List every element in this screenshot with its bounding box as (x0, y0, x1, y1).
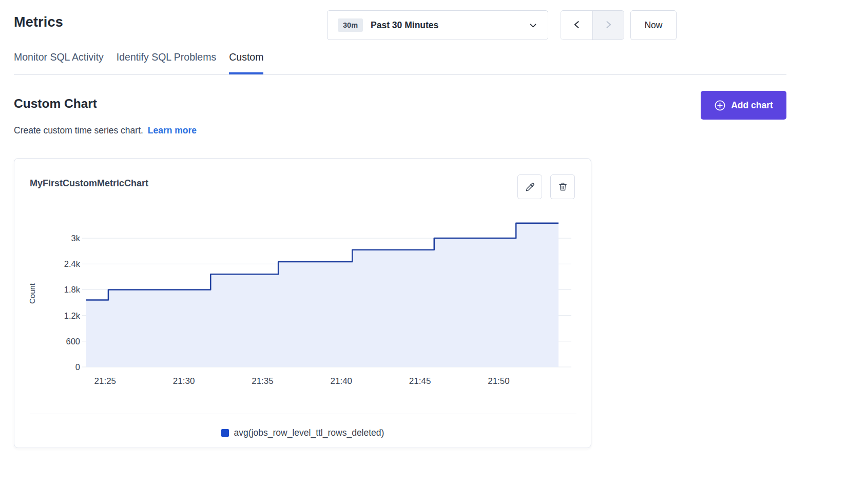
tab-custom[interactable]: Custom (229, 51, 263, 74)
y-axis-title: Count (28, 283, 36, 304)
time-series-chart[interactable]: 06001.2k1.8k2.4k3k21:2521:3021:3521:4021… (25, 210, 579, 393)
legend-label: avg(jobs_row_level_ttl_rows_deleted) (234, 428, 384, 438)
time-range-label: Past 30 Minutes (371, 20, 438, 31)
add-chart-label: Add chart (731, 100, 773, 111)
x-tick-label: 21:25 (94, 376, 117, 386)
page-title: Metrics (14, 14, 63, 30)
y-tick-label: 0 (75, 362, 80, 372)
metrics-tabs: Monitor SQL Activity Identify SQL Proble… (14, 51, 263, 74)
prev-range-button[interactable] (561, 11, 592, 40)
delete-chart-button[interactable] (550, 175, 575, 199)
plus-circle-icon (714, 100, 726, 111)
learn-more-link[interactable]: Learn more (148, 125, 197, 135)
y-tick-label: 1.2k (64, 311, 81, 320)
series-area (86, 223, 559, 367)
time-range-badge: 30m (338, 18, 363, 32)
chart-card: MyFirstCustomMetricChart 06001.2k1.8k2.4… (14, 158, 591, 448)
metrics-page: Metrics 30m Past 30 Minutes Now Monitor (0, 0, 847, 504)
tab-identify-sql-problems[interactable]: Identify SQL Problems (117, 51, 216, 74)
edit-chart-button[interactable] (517, 175, 542, 199)
pencil-icon (525, 182, 535, 192)
section-description: Create custom time series chart. Learn m… (14, 125, 197, 136)
x-tick-label: 21:40 (331, 376, 353, 386)
x-tick-label: 21:50 (488, 376, 510, 386)
legend-divider (30, 414, 576, 414)
chart-card-actions (517, 175, 575, 199)
legend-swatch (221, 429, 229, 437)
tabs-divider (14, 74, 786, 75)
section-title: Custom Chart (14, 96, 97, 111)
y-tick-label: 1.8k (64, 285, 81, 294)
tab-monitor-sql-activity[interactable]: Monitor SQL Activity (14, 51, 104, 74)
chevron-right-icon (603, 20, 613, 31)
x-tick-label: 21:45 (409, 376, 431, 386)
chevron-down-icon (529, 21, 537, 30)
now-button[interactable]: Now (630, 10, 677, 40)
time-step-group (561, 10, 624, 40)
y-tick-label: 2.4k (64, 259, 81, 268)
section-description-text: Create custom time series chart. (14, 125, 143, 135)
y-tick-label: 3k (71, 234, 81, 243)
trash-icon (557, 181, 568, 192)
x-tick-label: 21:30 (173, 376, 195, 386)
next-range-button[interactable] (592, 11, 624, 40)
time-range-dropdown[interactable]: 30m Past 30 Minutes (327, 10, 548, 40)
y-tick-label: 600 (66, 337, 80, 346)
chevron-left-icon (572, 20, 582, 31)
chart-legend: avg(jobs_row_level_ttl_rows_deleted) (14, 428, 591, 438)
chart-title: MyFirstCustomMetricChart (30, 178, 148, 189)
add-chart-button[interactable]: Add chart (701, 91, 786, 120)
x-tick-label: 21:35 (252, 376, 274, 386)
time-controls: 30m Past 30 Minutes Now (327, 10, 677, 40)
